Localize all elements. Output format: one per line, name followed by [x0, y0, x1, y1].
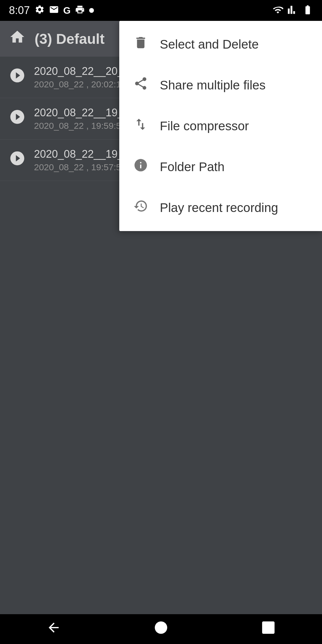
play-recent-label: Play recent recording	[160, 201, 278, 215]
home-nav-button[interactable]	[154, 620, 168, 638]
notification-dot	[89, 8, 94, 13]
info-icon	[132, 158, 149, 176]
share-multiple-label: Share multiple files	[160, 78, 266, 92]
select-delete-label: Select and Delete	[160, 37, 259, 52]
file-compressor-label: File compressor	[160, 119, 249, 133]
back-button[interactable]	[46, 620, 61, 638]
trash-icon	[132, 35, 149, 53]
menu-item-share-multiple[interactable]: Share multiple files	[119, 65, 322, 106]
folder-path-label: Folder Path	[160, 160, 225, 174]
signal-icon	[287, 4, 298, 16]
print-icon	[75, 4, 85, 17]
history-icon	[132, 199, 149, 217]
mail-icon	[49, 4, 59, 17]
nav-bar	[0, 614, 322, 644]
menu-item-select-delete[interactable]: Select and Delete	[119, 24, 322, 65]
battery-icon	[302, 4, 313, 16]
status-bar-right	[273, 4, 313, 16]
menu-item-play-recent[interactable]: Play recent recording	[119, 187, 322, 228]
svg-point-0	[155, 621, 167, 634]
status-time: 8:07	[9, 4, 30, 17]
context-menu: Select and Delete Share multiple files F…	[119, 21, 322, 231]
status-bar-left: 8:07 G	[9, 4, 94, 17]
share-icon	[132, 76, 149, 94]
recents-button[interactable]	[261, 620, 276, 638]
status-bar: 8:07 G	[0, 0, 322, 21]
menu-item-file-compressor[interactable]: File compressor	[119, 106, 322, 146]
compress-icon	[132, 117, 149, 135]
settings-icon	[35, 4, 45, 17]
google-icon: G	[63, 5, 71, 16]
status-icons: G	[35, 4, 94, 17]
menu-item-folder-path[interactable]: Folder Path	[119, 146, 322, 187]
svg-rect-1	[262, 621, 275, 634]
wifi-icon	[273, 4, 283, 16]
